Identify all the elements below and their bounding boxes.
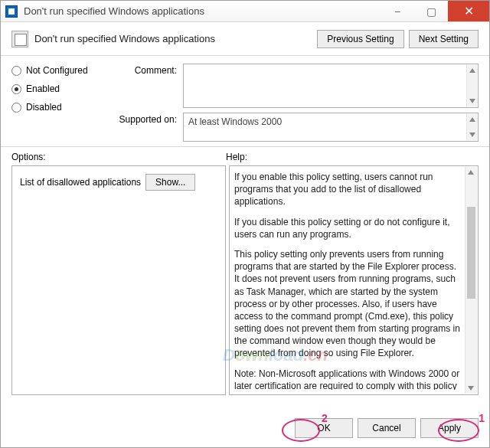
radio-label: Disabled bbox=[26, 102, 62, 113]
titlebar: Don't run specified Windows applications… bbox=[1, 1, 489, 22]
radio-label: Not Configured bbox=[26, 65, 88, 76]
radio-not-configured[interactable] bbox=[11, 66, 21, 76]
help-text: This policy setting only prevents users … bbox=[234, 248, 461, 360]
help-label: Help: bbox=[226, 152, 247, 162]
help-pane: If you enable this policy setting, users… bbox=[229, 165, 479, 395]
window-title: Don't run specified Windows applications bbox=[24, 5, 204, 17]
settings-row: Not Configured Enabled Disabled Comment:… bbox=[1, 56, 489, 147]
comment-input[interactable] bbox=[183, 64, 479, 108]
show-button[interactable]: Show... bbox=[145, 174, 195, 191]
help-text: If you disable this policy setting or do… bbox=[234, 216, 461, 240]
supported-on-label: Supported on: bbox=[108, 113, 177, 142]
options-pane: List of disallowed applications Show... bbox=[11, 165, 226, 395]
supported-on-text: At least Windows 2000 bbox=[188, 116, 282, 127]
close-button[interactable]: ✕ bbox=[448, 1, 489, 21]
help-scrollbar[interactable] bbox=[465, 167, 477, 394]
maximize-button[interactable]: ▢ bbox=[414, 1, 448, 21]
disallowed-list-label: List of disallowed applications bbox=[20, 177, 141, 188]
scrollbar[interactable] bbox=[466, 114, 477, 140]
scrollbar-thumb[interactable] bbox=[467, 207, 475, 299]
radio-enabled[interactable] bbox=[11, 84, 21, 94]
app-icon bbox=[5, 5, 18, 18]
supported-on-value: At least Windows 2000 bbox=[183, 113, 479, 142]
help-text: Note: Non-Microsoft applications with Wi… bbox=[234, 368, 461, 390]
cancel-button[interactable]: Cancel bbox=[358, 418, 416, 438]
header: Don't run specified Windows applications… bbox=[1, 22, 489, 56]
help-text: If you enable this policy setting, users… bbox=[234, 171, 461, 208]
apply-button[interactable]: Apply bbox=[420, 418, 479, 438]
annotation-number: 1 bbox=[479, 412, 485, 424]
policy-icon bbox=[11, 31, 28, 47]
lower-panes: List of disallowed applications Show... … bbox=[1, 165, 489, 395]
radio-label: Enabled bbox=[26, 83, 60, 94]
page-title: Don't run specified Windows applications bbox=[34, 33, 215, 44]
comment-label: Comment: bbox=[108, 64, 177, 108]
scrollbar[interactable] bbox=[466, 65, 477, 106]
dialog-buttons: OK Cancel Apply bbox=[295, 418, 479, 438]
previous-setting-button[interactable]: Previous Setting bbox=[317, 30, 403, 48]
radio-disabled[interactable] bbox=[11, 103, 21, 113]
next-setting-button[interactable]: Next Setting bbox=[409, 30, 479, 48]
minimize-button[interactable]: − bbox=[381, 1, 414, 21]
pane-labels: Options: Help: bbox=[1, 147, 489, 165]
state-radios: Not Configured Enabled Disabled bbox=[11, 64, 102, 143]
options-label: Options: bbox=[11, 152, 226, 162]
window-controls: − ▢ ✕ bbox=[381, 1, 489, 21]
ok-button[interactable]: OK bbox=[295, 418, 353, 438]
